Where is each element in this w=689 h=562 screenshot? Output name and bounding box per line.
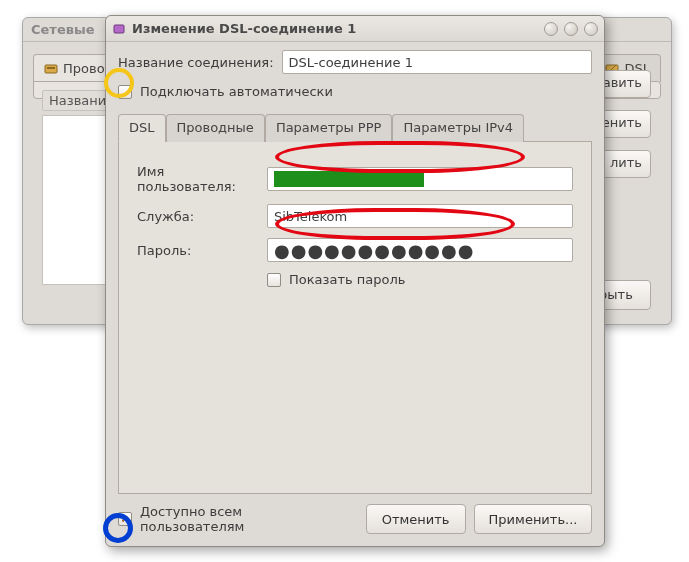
tab-body-dsl: Имя пользователя: Служба: Пароль: ●●●●●●… — [118, 142, 592, 494]
username-redaction — [274, 171, 424, 187]
tab-wired[interactable]: Проводные — [166, 114, 265, 142]
tab-ipv4[interactable]: Параметры IPv4 — [392, 114, 524, 142]
maximize-icon[interactable] — [564, 22, 578, 36]
minimize-icon[interactable] — [544, 22, 558, 36]
all-users-checkbox[interactable] — [118, 512, 132, 526]
cancel-button[interactable]: Отменить — [366, 504, 466, 534]
service-input[interactable] — [267, 204, 573, 228]
show-password-row: Показать пароль — [267, 272, 573, 287]
dialog-title: Изменение DSL-соединение 1 — [132, 21, 356, 36]
autoconnect-checkbox[interactable] — [118, 85, 132, 99]
bg-column-header: Название — [42, 90, 112, 111]
close-icon[interactable] — [584, 22, 598, 36]
connection-name-input[interactable] — [282, 50, 592, 74]
username-input[interactable] — [267, 167, 573, 191]
dialog-app-icon — [112, 22, 126, 36]
autoconnect-row: Подключать автоматически — [118, 84, 592, 99]
show-password-checkbox[interactable] — [267, 273, 281, 287]
password-label: Пароль: — [137, 243, 267, 258]
svg-rect-1 — [47, 67, 55, 69]
connection-name-row: Название соединения: — [118, 50, 592, 74]
tab-dsl[interactable]: DSL — [118, 114, 166, 142]
service-label: Служба: — [137, 209, 267, 224]
show-password-label: Показать пароль — [289, 272, 405, 287]
username-row: Имя пользователя: — [137, 164, 573, 194]
tab-ppp[interactable]: Параметры PPP — [265, 114, 393, 142]
dialog-titlebar[interactable]: Изменение DSL-соединение 1 — [106, 16, 604, 42]
autoconnect-label: Подключать автоматически — [140, 84, 333, 99]
password-input[interactable]: ●●●●●●●●●●●● — [267, 238, 573, 262]
all-users-label: Доступно всем пользователям — [140, 504, 350, 534]
svg-rect-4 — [114, 25, 124, 33]
password-mask: ●●●●●●●●●●●● — [274, 240, 474, 261]
username-label: Имя пользователя: — [137, 164, 267, 194]
dialog-bottom-bar: Доступно всем пользователям Отменить При… — [118, 494, 592, 534]
edit-dsl-dialog: Изменение DSL-соединение 1 Название соед… — [105, 15, 605, 547]
password-row: Пароль: ●●●●●●●●●●●● — [137, 238, 573, 262]
dialog-tabs: DSL Проводные Параметры PPP Параметры IP… — [118, 113, 592, 142]
apply-button[interactable]: Применить... — [474, 504, 592, 534]
ethernet-icon — [44, 62, 58, 76]
service-row: Служба: — [137, 204, 573, 228]
dialog-content: Название соединения: Подключать автомати… — [106, 42, 604, 546]
bg-window-title: Сетевые — [31, 22, 95, 37]
connection-name-label: Название соединения: — [118, 55, 274, 70]
